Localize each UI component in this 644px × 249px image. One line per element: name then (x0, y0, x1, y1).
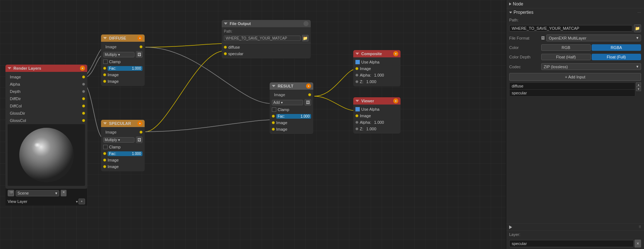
composite-header[interactable]: Composite ● (353, 50, 401, 57)
result-collapse[interactable] (272, 85, 275, 87)
specular-image-out-label: Image (103, 129, 119, 135)
specular-clamp-checkbox[interactable] (103, 145, 108, 149)
viewer-collapse[interactable] (355, 100, 359, 102)
result-image1-socket[interactable] (272, 121, 275, 124)
composite-image-socket[interactable] (355, 67, 358, 70)
viewer-alpha-socket[interactable] (355, 121, 358, 124)
composite-use-alpha-row[interactable]: Use Alpha (353, 59, 401, 65)
diffuse-collapse[interactable] (103, 37, 107, 39)
render-layers-glosscol-socket[interactable] (82, 119, 85, 122)
viewer-use-alpha-row[interactable]: Use Alpha (353, 106, 401, 113)
path-browse-button[interactable]: 📁 (634, 24, 641, 32)
diffuse-image2-socket[interactable] (103, 80, 106, 83)
specular-fac-row[interactable]: Fac: 1.000 (101, 150, 145, 157)
composite-alpha-socket[interactable] (355, 74, 358, 77)
result-fac-row[interactable]: Fac: 1.000 (270, 113, 313, 119)
view-layer-dropdown-arrow[interactable]: ▾ (76, 200, 78, 204)
render-layers-node[interactable]: Render Layers ● Image Alpha Depth DiffDi… (5, 65, 87, 205)
viewer-z-row: Z: 1.000 (353, 126, 401, 132)
result-header[interactable]: RESULT ● (270, 82, 313, 90)
diffuse-dropdown-row[interactable]: Multiply ▾ 🖼 (101, 50, 145, 58)
result-image-icon[interactable]: 🖼 (305, 99, 311, 106)
input-item-diffuse[interactable]: diffuse (510, 83, 635, 90)
result-clamp-checkbox[interactable] (272, 107, 276, 112)
color-rgba-button[interactable]: RGBA (592, 44, 641, 51)
result-image-out-socket[interactable] (308, 93, 311, 96)
diffuse-header[interactable]: DIFFUSE ● (101, 34, 145, 42)
diffuse-fac-field[interactable]: Fac: 1.000 (108, 66, 142, 71)
play-button[interactable] (509, 225, 512, 229)
layer-x-button[interactable]: × (635, 240, 641, 248)
diffuse-node[interactable]: DIFFUSE ● Image Multiply ▾ 🖼 Clamp (101, 34, 145, 86)
diffuse-blend-dropdown[interactable]: Multiply ▾ (103, 52, 134, 57)
layer-input[interactable] (509, 240, 634, 247)
file-output-diffuse-row: diffuse (222, 44, 311, 50)
scene-x-button[interactable]: × (61, 190, 67, 196)
viewer-header[interactable]: Viewer ● (353, 97, 401, 105)
viewer-z-socket[interactable] (355, 127, 358, 130)
viewer-use-alpha-checkbox[interactable] (355, 107, 360, 111)
render-layers-image-socket[interactable] (82, 75, 85, 78)
render-layers-depth-socket[interactable] (82, 90, 85, 93)
add-input-button[interactable]: + Add Input (509, 73, 641, 81)
render-layers-diffdir-socket[interactable] (82, 97, 85, 100)
viewer-image-socket[interactable] (355, 114, 358, 117)
specular-dropdown-row[interactable]: Multiply ▾ 🖼 (101, 136, 145, 144)
specular-blend-dropdown[interactable]: Multiply ▾ (103, 137, 134, 143)
scroll-up-button[interactable]: ▲ (636, 82, 641, 87)
result-blend-dropdown[interactable]: Add ▾ (272, 100, 303, 105)
render-layers-header[interactable]: Render Layers ● (5, 65, 87, 72)
scroll-down-button[interactable]: ▼ (636, 87, 641, 91)
composite-collapse[interactable] (355, 53, 359, 55)
render-layers-collapse[interactable] (8, 67, 11, 69)
add-view-layer-button[interactable]: + (79, 199, 85, 204)
file-output-diffuse-socket[interactable] (224, 46, 227, 49)
file-output-browse-button[interactable]: 📁 (302, 35, 309, 41)
node-section-header[interactable]: Node (506, 0, 644, 8)
properties-section-header[interactable]: Properties ⋯ (506, 8, 644, 16)
specular-image2-socket[interactable] (103, 165, 106, 168)
result-image2-socket[interactable] (272, 128, 275, 131)
diffuse-clamp-checkbox[interactable] (103, 60, 108, 64)
render-layers-glossdir-socket[interactable] (82, 112, 85, 115)
file-output-specular-socket[interactable] (224, 52, 227, 55)
render-layers-alpha-socket[interactable] (82, 83, 85, 86)
composite-image-label: Image (360, 66, 371, 71)
diffuse-fac-socket[interactable] (103, 67, 106, 70)
diffuse-image-out-socket[interactable] (140, 45, 142, 48)
specular-image-icon[interactable]: 🖼 (136, 136, 142, 143)
composite-use-alpha-checkbox[interactable] (355, 60, 360, 64)
diffuse-fac-row[interactable]: Fac: 1.000 (101, 65, 145, 72)
codec-dropdown[interactable]: ZIP (lossless) ▾ (541, 63, 641, 70)
result-node[interactable]: RESULT ● Image Add ▾ 🖼 Clamp (270, 82, 313, 134)
diffuse-image-icon[interactable]: 🖼 (136, 51, 142, 58)
path-input[interactable] (509, 25, 632, 32)
file-output-collapse[interactable] (224, 23, 228, 25)
specular-node[interactable]: SPECULAR ● Image Multiply ▾ 🖼 Clamp (101, 120, 145, 171)
color-depth-full-button[interactable]: Float (Full) (592, 54, 641, 60)
color-depth-half-button[interactable]: Float (Half) (541, 54, 591, 60)
specular-fac-field[interactable]: Fac: 1.000 (108, 151, 142, 156)
file-output-header[interactable]: File Output (222, 20, 311, 27)
result-dropdown-row[interactable]: Add ▾ 🖼 (270, 98, 313, 106)
scene-dropdown[interactable]: Scene ▾ (16, 190, 59, 196)
specular-header[interactable]: SPECULAR ● (101, 120, 145, 127)
result-image2-label: Image (276, 127, 287, 131)
file-output-node[interactable]: File Output Path: 📁 diffuse specular (222, 20, 311, 58)
result-fac-field[interactable]: Fac: 1.000 (276, 114, 311, 119)
result-fac-socket[interactable] (272, 115, 275, 118)
file-format-dropdown[interactable]: OpenEXR MultiLayer ▾ (546, 34, 641, 41)
specular-image1-socket[interactable] (103, 159, 106, 162)
result-image1-row: Image (270, 119, 313, 126)
viewer-node[interactable]: Viewer ● Use Alpha Image Alpha: 1.000 Z:… (353, 97, 401, 134)
specular-fac-socket[interactable] (103, 152, 106, 155)
color-rgb-button[interactable]: RGB (541, 44, 591, 51)
render-layers-diffcol-socket[interactable] (82, 105, 85, 107)
specular-collapse[interactable] (103, 122, 107, 124)
file-output-path-input[interactable] (224, 36, 301, 41)
specular-image-out-socket[interactable] (140, 131, 142, 134)
composite-z-socket[interactable] (355, 80, 358, 83)
composite-node[interactable]: Composite ● Use Alpha Image Alpha: 1.000… (353, 50, 401, 86)
input-item-specular[interactable]: specular (510, 90, 635, 96)
diffuse-image1-socket[interactable] (103, 73, 106, 76)
